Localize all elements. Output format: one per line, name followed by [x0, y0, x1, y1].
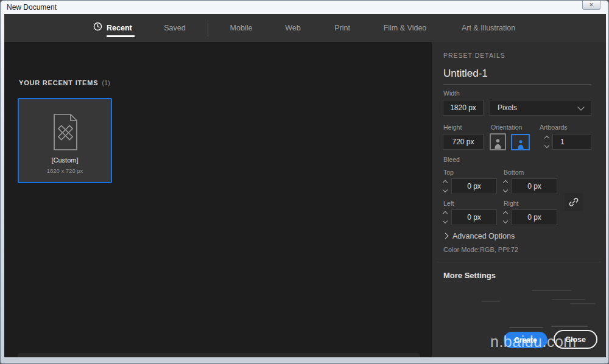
- tab-recent[interactable]: Recent: [93, 22, 132, 33]
- tab-label: Recent: [107, 24, 132, 32]
- bleed-left-label: Left: [443, 200, 454, 207]
- stepper-down-icon: [544, 143, 549, 148]
- bleed-right-label: Right: [504, 200, 519, 207]
- watermark-artifact: [509, 327, 543, 328]
- tab-mobile[interactable]: Mobile: [230, 24, 253, 32]
- width-input[interactable]: 1820 px: [443, 100, 484, 116]
- panel-divider: [437, 262, 601, 262]
- bleed-top-label: Top: [443, 169, 454, 176]
- tab-divider: [208, 21, 208, 37]
- close-icon: ✕: [589, 2, 594, 8]
- stepper-down-icon: [443, 187, 448, 192]
- adobe-stock-searchbar: Go: [18, 353, 420, 357]
- window-close-button[interactable]: ✕: [582, 1, 600, 10]
- stepper-up-icon: [503, 211, 508, 216]
- bleed-right-input[interactable]: 0 px: [512, 209, 557, 225]
- stepper-down-icon: [503, 187, 508, 192]
- link-icon: [569, 197, 579, 207]
- stepper-up-icon: [443, 180, 448, 185]
- window-title: New Document: [7, 3, 57, 12]
- bleed-top-stepper[interactable]: [442, 178, 448, 194]
- artboards-input[interactable]: 1: [552, 134, 591, 150]
- watermark-artifact: [532, 290, 572, 291]
- active-tab-underline: [107, 35, 135, 37]
- clock-icon: [93, 22, 102, 33]
- recent-items-heading-text: YOUR RECENT ITEMS: [19, 79, 98, 86]
- units-value: Pixels: [498, 103, 517, 112]
- artboards-label: Artboards: [540, 124, 568, 131]
- new-document-dialog: New Document ✕ Recent Saved Mobile Web P…: [0, 0, 609, 364]
- preset-details-panel: PRESET DETAILS Untitled-1 Width 1820 px …: [432, 42, 606, 357]
- dialog-content: Recent Saved Mobile Web Print Film & Vid…: [4, 14, 606, 357]
- tab-web[interactable]: Web: [285, 24, 300, 32]
- category-tabbar: Recent Saved Mobile Web Print Film & Vid…: [4, 14, 606, 42]
- landscape-person-icon: [517, 139, 524, 149]
- width-label: Width: [443, 89, 460, 97]
- bleed-bottom-label: Bottom: [504, 169, 524, 176]
- recent-items-area: YOUR RECENT ITEMS(1) [Custom] 1820 x 720…: [4, 42, 432, 357]
- artboards-stepper[interactable]: [544, 134, 550, 150]
- height-input[interactable]: 720 px: [443, 134, 484, 150]
- more-settings-label: More Settings: [443, 271, 496, 280]
- close-button[interactable]: Close: [554, 330, 597, 349]
- height-label: Height: [443, 124, 462, 131]
- watermark-artifact: [482, 301, 500, 302]
- bleed-right-stepper[interactable]: [502, 209, 509, 225]
- tab-print[interactable]: Print: [334, 24, 350, 32]
- watermark-artifact: [552, 299, 585, 300]
- orientation-landscape-button[interactable]: [511, 134, 530, 150]
- advanced-options-label: Advanced Options: [452, 232, 515, 240]
- bleed-top-input[interactable]: 0 px: [451, 178, 497, 194]
- recent-item-dimensions: 1820 x 720 px: [19, 167, 111, 174]
- create-button[interactable]: Create: [504, 332, 547, 348]
- units-dropdown[interactable]: Pixels: [490, 100, 591, 116]
- color-mode-text: Color Mode:RGB, PPI:72: [443, 246, 518, 253]
- preset-details-heading: PRESET DETAILS: [443, 52, 505, 59]
- recent-items-count: (1): [102, 79, 110, 86]
- titlebar: New Document ✕: [1, 1, 608, 14]
- watermark-artifact: [551, 326, 588, 327]
- chevron-down-icon: [577, 103, 584, 110]
- stepper-up-icon: [443, 211, 448, 216]
- watermark-artifact: [570, 303, 596, 304]
- tab-saved[interactable]: Saved: [164, 24, 185, 32]
- advanced-options-toggle[interactable]: Advanced Options: [443, 232, 515, 240]
- stepper-down-icon: [503, 219, 508, 223]
- document-template-icon: [49, 113, 81, 152]
- bleed-bottom-stepper[interactable]: [502, 178, 509, 194]
- recent-item-custom[interactable]: [Custom] 1820 x 720 px: [18, 98, 112, 183]
- tab-film-video[interactable]: Film & Video: [384, 24, 427, 32]
- portrait-person-icon: [494, 138, 502, 149]
- orientation-portrait-button[interactable]: [490, 133, 506, 150]
- orientation-label: Orientation: [491, 124, 522, 131]
- recent-item-name: [Custom]: [19, 156, 111, 164]
- bleed-label: Bleed: [443, 156, 460, 163]
- tab-art-illustration[interactable]: Art & Illustration: [462, 24, 515, 32]
- bleed-left-stepper[interactable]: [442, 209, 448, 225]
- document-name-field[interactable]: Untitled-1: [443, 68, 591, 85]
- stepper-down-icon: [443, 219, 448, 223]
- chevron-right-icon: [443, 233, 449, 239]
- recent-items-heading: YOUR RECENT ITEMS(1): [19, 79, 110, 86]
- bleed-link-button[interactable]: [565, 193, 583, 211]
- stepper-up-icon: [503, 180, 508, 185]
- bleed-bottom-input[interactable]: 0 px: [512, 178, 557, 194]
- bleed-left-input[interactable]: 0 px: [451, 209, 497, 225]
- stepper-up-icon: [544, 136, 549, 141]
